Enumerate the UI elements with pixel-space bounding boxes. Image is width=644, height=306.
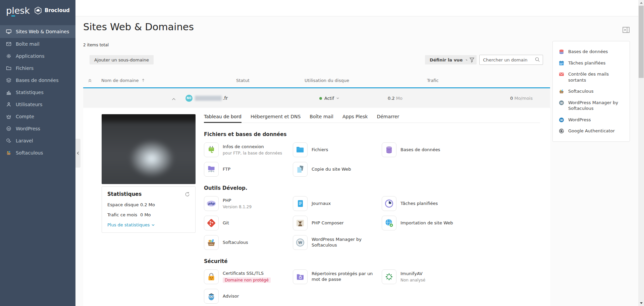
- scrollbar-thumb[interactable]: [639, 6, 644, 78]
- page-title: Sites Web & Domaines: [83, 21, 194, 33]
- tool-infos-de-connexion[interactable]: Infos de connexionpour FTP, la base de d…: [204, 142, 293, 157]
- mail-icon: [6, 41, 11, 47]
- php-icon: php: [204, 196, 219, 211]
- tools-grid: Infos de connexionpour FTP, la base de d…: [204, 142, 540, 177]
- refresh-icon[interactable]: [185, 192, 190, 197]
- wordpress-icon: [6, 126, 11, 131]
- status-dropdown[interactable]: Actif: [319, 96, 339, 101]
- page-scrollbar[interactable]: [638, 0, 644, 306]
- plesk-logo: plesk: [6, 6, 30, 15]
- sidebar-item-compte[interactable]: Compte: [0, 111, 75, 123]
- shortcut-taches-planifiees[interactable]: Tâches planifiées: [553, 57, 630, 69]
- warning-badge: Domaine non protégé: [223, 277, 271, 283]
- tool-fichiers[interactable]: Fichiers: [293, 142, 382, 157]
- tool-php-composer[interactable]: PHP Composer: [293, 216, 382, 230]
- scroll-up-arrow[interactable]: [638, 0, 644, 6]
- domain-row[interactable]: NO .fr Actif 0.2 Mo 0 Mo/mois: [83, 88, 550, 108]
- tool-repertoires-proteges-par-un-mot-de-passe[interactable]: Répertoires protégés par un mot de passe: [293, 269, 382, 284]
- column-header-disk[interactable]: Utilisation du disque: [305, 78, 349, 83]
- database-purple-icon: [382, 142, 396, 157]
- sidebar-item-applications[interactable]: Applications: [0, 50, 75, 62]
- collapse-all-rows[interactable]: [88, 79, 92, 84]
- shortcut-bases-de-donnees[interactable]: Bases de données: [553, 46, 630, 57]
- domain-search-input[interactable]: [483, 57, 535, 62]
- tab-hebergement-et-dns[interactable]: Hébergement et DNS: [251, 114, 301, 123]
- tool-imunifyav[interactable]: ImunifyAVNon analysé: [382, 269, 471, 284]
- tool-taches-planifiees[interactable]: Tâches planifiées: [382, 196, 471, 211]
- svg-text:php: php: [208, 202, 215, 205]
- tool-softaculous[interactable]: Softaculous: [204, 235, 293, 250]
- sidebar-item-utilisateurs[interactable]: Utilisateurs: [0, 98, 75, 111]
- tool-ftp[interactable]: FTP: [204, 162, 293, 177]
- softaculous-icon: [6, 150, 11, 156]
- section-title-securite: Sécurité: [204, 258, 540, 264]
- tool-copie-du-site-web[interactable]: Copie du site Web: [293, 162, 382, 177]
- partner-brand: Brocloud: [34, 6, 70, 15]
- row-collapse-chevron[interactable]: [172, 96, 176, 101]
- sidebar-item-boite-mail[interactable]: Boîte mail: [0, 38, 75, 50]
- tool-certificats-ssl-tls[interactable]: Certificats SSL/TLSDomaine non protégé: [204, 269, 293, 284]
- tab-demarrer[interactable]: Démarrer: [377, 114, 399, 123]
- site-preview-thumbnail[interactable]: [102, 114, 196, 184]
- mail-red-icon: [559, 72, 564, 77]
- tool-journaux[interactable]: Journaux: [293, 196, 382, 211]
- scroll-down-arrow[interactable]: [638, 300, 644, 306]
- dashboard-panel: Tableau de bordHébergement et DNSBoîte m…: [204, 114, 540, 304]
- shortcut-softaculous[interactable]: Softaculous: [553, 86, 630, 97]
- domain-name-redacted[interactable]: [195, 96, 222, 101]
- layers-icon: [6, 78, 11, 83]
- tab-boite-mail[interactable]: Boîte mail: [310, 114, 333, 123]
- globe-import-icon: [382, 216, 396, 230]
- sort-asc-icon: [142, 79, 145, 82]
- tool-advisor[interactable]: Advisor: [204, 289, 293, 304]
- ga-dark-icon: [559, 128, 564, 134]
- partner-name: Brocloud: [45, 7, 70, 13]
- column-header-status[interactable]: Statut: [236, 78, 250, 83]
- advisor-icon: [204, 289, 219, 304]
- sidebar-item-laravel[interactable]: Laravel: [0, 135, 75, 147]
- tool-wordpress-manager-by-softaculous[interactable]: WWordPress Manager by Softaculous: [293, 235, 382, 250]
- sidebar-item-softaculous[interactable]: Softaculous: [0, 147, 75, 159]
- column-header-domain[interactable]: Nom de domaine: [101, 78, 145, 83]
- domain-tld[interactable]: .fr: [223, 95, 228, 101]
- sidebar-collapse-handle[interactable]: [75, 139, 80, 168]
- tab-apps-plesk[interactable]: Apps Plesk: [342, 114, 368, 123]
- domain-favicon: NO: [185, 95, 193, 102]
- plug-icon: [204, 142, 219, 157]
- define-view-button[interactable]: Définir la vue: [425, 55, 473, 64]
- column-header-traffic[interactable]: Trafic: [427, 78, 439, 83]
- wp-gray-icon: W: [559, 100, 564, 105]
- domain-search[interactable]: [479, 55, 543, 65]
- detail-tabs: Tableau de bordHébergement et DNSBoîte m…: [204, 114, 540, 123]
- folder-icon: [6, 65, 11, 71]
- sidebar-item-statistiques[interactable]: Statistiques: [0, 86, 75, 98]
- tool-importation-de-site-web[interactable]: Importation de site Web: [382, 216, 471, 230]
- more-statistics-link[interactable]: Plus de statistiques: [107, 222, 155, 227]
- shortcut-controle-des-mails-sortants[interactable]: Contrôle des mails sortants: [553, 69, 630, 86]
- shortcuts-panel: Bases de donnéesTâches planifiéesContrôl…: [552, 41, 630, 142]
- tab-tableau-de-bord[interactable]: Tableau de bord: [204, 114, 241, 123]
- shortcut-google-authenticator[interactable]: Google Authenticator: [553, 125, 630, 137]
- right-panel-toggle[interactable]: [623, 27, 630, 34]
- sidebar-item-fichiers[interactable]: Fichiers: [0, 62, 75, 74]
- sidebar-item-wordpress[interactable]: WordPress: [0, 123, 75, 135]
- folder-lock-icon: [293, 269, 308, 284]
- left-sidebar: plesk Brocloud Sites Web & DomainesBoîte…: [0, 0, 75, 306]
- tool-bases-de-donnees[interactable]: Bases de données: [382, 142, 471, 157]
- composer-icon: [293, 216, 308, 230]
- db-red-icon: [559, 49, 564, 54]
- imunify-icon: [382, 269, 396, 284]
- logo-row[interactable]: plesk Brocloud: [0, 0, 75, 21]
- section-title-fichiers-et-bases-de-donnees: Fichiers et bases de données: [204, 131, 540, 137]
- shortcut-wordpress-manager-by-softaculous[interactable]: WWordPress Manager by Softaculous: [553, 97, 630, 114]
- stat-disk-row: Espace disque0.2 Mo: [107, 202, 190, 207]
- sidebar-item-bases-de-donnees[interactable]: Bases de données: [0, 74, 75, 86]
- svg-text:W: W: [298, 241, 302, 245]
- sidebar-item-sites-web-domaines[interactable]: Sites Web & Domaines: [0, 25, 75, 38]
- shortcut-wordpress[interactable]: WWordPress: [553, 114, 630, 126]
- filter-button[interactable]: [467, 55, 477, 64]
- tool-git[interactable]: Git: [204, 216, 293, 230]
- tool-php[interactable]: phpPHPVersion 8.1.29: [204, 196, 293, 211]
- traffic: 0 Mo/mois: [510, 96, 533, 101]
- add-subdomain-button[interactable]: Ajouter un sous-domaine: [90, 55, 154, 64]
